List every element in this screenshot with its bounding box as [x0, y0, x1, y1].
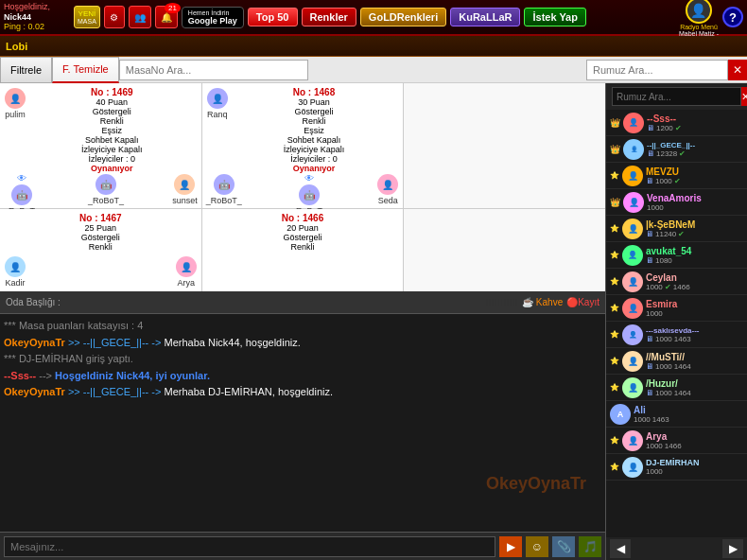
user-points-sebnem: 11240	[655, 230, 676, 238]
istek-yap-button[interactable]: İstek Yap	[524, 8, 586, 26]
chat-msg-2: --Sss-- --> Hoşgeldiniz Nick44, iyi oyun…	[4, 368, 601, 384]
renkler-button[interactable]: Renkler	[302, 8, 356, 26]
chat-header-right: ||||||||||| ☕ Kahve 🔴Kayıt	[486, 297, 599, 307]
prev-page-button[interactable]: ◀	[610, 539, 631, 558]
user-points-vena: 1000	[647, 203, 664, 212]
user-avatar-huzur: 👤	[622, 377, 643, 398]
rumuz-search-close-button[interactable]: ✕	[728, 60, 747, 80]
player-name-robot2: _RoBoT_	[88, 196, 124, 205]
user-avatar-vena: 👤	[623, 192, 644, 213]
top50-button[interactable]: Top 50	[248, 8, 298, 26]
player-avatar-arya: 👤	[176, 256, 197, 277]
star-icon-musti: ⭐	[610, 357, 619, 365]
settings-button[interactable]: ⚙	[104, 6, 125, 28]
next-page-button[interactable]: ▶	[722, 539, 743, 558]
user-list-item-musti[interactable]: ⭐ 👤 //MuSTi// 🖥 1000 1464	[606, 348, 747, 375]
user-stats-ceylan: 1000 ✔ 1466	[646, 283, 743, 291]
user-list-item-arya[interactable]: ⭐ 👤 Arya 1000 1466	[606, 428, 747, 454]
user-nick-musti: //MuSTi//	[646, 352, 743, 362]
table-izleyici-count-1468: İzleyiciler : 0	[290, 154, 338, 164]
kahve-link[interactable]: ☕ Kahve	[522, 297, 563, 307]
masa-no-search[interactable]	[119, 60, 308, 80]
extra-button[interactable]: 🎵	[579, 536, 601, 557]
table-no-1467: No : 1467	[79, 213, 121, 223]
extra-arya: 1466	[665, 442, 682, 450]
table-empty-2	[404, 209, 605, 291]
user-list-item-gece[interactable]: 👑 👤 --||_GECE_||-- 🖥 12328 ✔	[606, 136, 747, 163]
user-list-item-sakli[interactable]: ⭐ 👤 ---saklısevda--- 🖥 1000 1463	[606, 322, 747, 348]
monitor-icon-sakli: 🖥	[646, 335, 653, 343]
user-list-item-sebnem[interactable]: ⭐ 👤 |k-ŞeBNeM 🖥 11240 ✔	[606, 216, 747, 242]
user-stats-mevzu: 🖥 1000 ✔	[646, 177, 743, 185]
user-nick-esmira: Esmira	[646, 299, 743, 309]
barcode: |||||||||||	[486, 297, 518, 307]
users-button[interactable]: 👥	[129, 6, 151, 28]
yeni-masa-button[interactable]: YENİ MASA	[74, 6, 100, 28]
chat-user-okeyoyna-1: OkeyOynaTr	[4, 337, 65, 348]
emoji-button[interactable]: ☺	[526, 536, 548, 557]
notifications-button[interactable]: 🔔 21	[155, 6, 178, 28]
help-button[interactable]: ?	[722, 7, 743, 27]
user-list-item-dj[interactable]: ⭐ 👤 DJ-EMİRHAN 1000	[606, 454, 747, 481]
player-avatar-sunset: 👤	[174, 174, 195, 195]
star-icon-huzur: ⭐	[610, 383, 619, 392]
star-icon-mevzu: ⭐	[610, 171, 619, 180]
rumuz-ara-input[interactable]	[586, 60, 728, 80]
user-avatar-mevzu: 👤	[622, 166, 643, 186]
chat-message-input[interactable]	[4, 536, 495, 557]
table-gosterge: Göstergeli	[93, 107, 131, 116]
eye-icon[interactable]: 👁	[17, 173, 26, 184]
eye-icon-1468[interactable]: 👁	[304, 173, 314, 184]
table-1468[interactable]: 👤 Ranq No : 1468 30 Puan Göstergeli Renk…	[202, 83, 404, 208]
google-play-button[interactable]: Hemen İndirin Google Play	[182, 7, 244, 28]
check-icon-ceylan: ✔	[665, 283, 671, 291]
player-avatar-kadir: 👤	[5, 256, 26, 277]
user-nick-gece: --||_GECE_||--	[647, 141, 743, 149]
attach-button[interactable]: 📎	[552, 536, 575, 557]
right-panel-close-button[interactable]: ✕	[741, 87, 747, 106]
user-list-item-avukat[interactable]: ⭐ 👤 avukat_54 🖥 1080	[606, 242, 747, 269]
lobi-label: Lobi	[6, 41, 27, 52]
player-avatar-robot2: 🤖	[96, 174, 116, 195]
username-text: Nick44	[4, 12, 70, 23]
send-button[interactable]: ▶	[499, 536, 522, 557]
table-izleyici-count: İzleyiciler : 0	[89, 154, 136, 164]
kurallar-button[interactable]: KuRaLLaR	[450, 8, 520, 26]
user-avatar-ali: A	[610, 404, 631, 425]
extra-ceylan: 1466	[673, 283, 690, 291]
user-list-item-ceylan[interactable]: ⭐ 👤 Ceylan 1000 ✔ 1466	[606, 269, 747, 295]
player-name-seda: Seda	[378, 196, 398, 205]
extra-ali: 1463	[652, 415, 669, 424]
user-list-item-vena[interactable]: 👑 👤 VenaAmoris 1000	[606, 189, 747, 216]
monitor-icon: 🖥	[647, 124, 654, 132]
table-1467[interactable]: No : 1467 25 Puan Göstergeli Renkli 👤 Ka…	[0, 209, 201, 291]
rumuz-search-right[interactable]	[612, 87, 741, 106]
player-avatar-ranq: 👤	[207, 88, 228, 109]
kayit-link[interactable]: 🔴Kayıt	[566, 297, 599, 307]
radio-user-text: Mabel Matiz -	[679, 30, 719, 37]
filtrele-button[interactable]: Filtrele	[0, 57, 52, 83]
player-avatar-robot4: 🤖	[299, 184, 320, 205]
star-icon-esmira: ⭐	[610, 304, 619, 312]
table-1466[interactable]: No : 1466 20 Puan Göstergeli Renkli	[202, 209, 404, 291]
user-list-item-su[interactable]: 👑 👤 --Sss-- 🖥 1200 ✔	[606, 110, 747, 136]
user-list-item-huzur[interactable]: ⭐ 👤 /Huzur/ 🖥 1000 1464	[606, 375, 747, 401]
f-temizle-button[interactable]: F. Temizle	[52, 57, 119, 83]
gold-renkler-button[interactable]: GoLDRenkleri	[360, 8, 446, 26]
crown-icon: 👑	[610, 118, 620, 128]
user-nick-ceylan: Ceylan	[646, 272, 743, 283]
notification-icon: 🔔	[161, 12, 172, 23]
table-no: No : 1469	[91, 87, 132, 97]
table-sohbet-1468: Sohbet Kapalı	[287, 135, 341, 145]
user-list-item-mevzu[interactable]: ⭐ 👤 MEVZU 🖥 1000 ✔	[606, 163, 747, 189]
table-renk: Renkli	[100, 116, 124, 126]
chat-msg-1: OkeyOynaTr >> --||_GECE_||-- -> Merhaba …	[4, 335, 601, 351]
user-list-item-esmira[interactable]: ⭐ 👤 Esmira 1000	[606, 295, 747, 322]
user-list-item-ali[interactable]: A Ali 1000 1463	[606, 401, 747, 428]
player-name-arya: Arya	[177, 278, 195, 288]
table-empty-1	[404, 83, 605, 208]
player-name-sunset: sunset	[172, 196, 198, 205]
player-avatar-robot1: 🤖	[11, 184, 32, 205]
table-1469[interactable]: 👤 pulim No : 1469 40 Puan Göstergeli Ren…	[0, 83, 201, 208]
table-gosterge-1466: Göstergeli	[283, 233, 321, 242]
